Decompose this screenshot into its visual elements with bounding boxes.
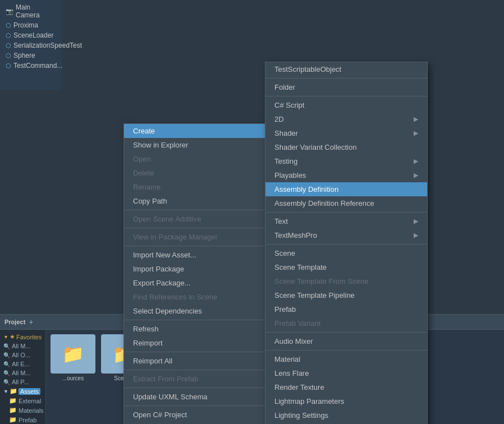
sidebar-item-prefab[interactable]: 📁 Prefab: [1, 415, 44, 424]
menu-item-lighting-settings[interactable]: Lighting Settings: [265, 408, 427, 422]
folder-thumbnail: 📁: [51, 334, 95, 374]
menu-item-shader-variant[interactable]: Shader Variant Collection: [265, 140, 427, 154]
sidebar-item-all-e[interactable]: 🔍 All E...: [1, 360, 44, 368]
sidebar-item-all-m2[interactable]: 🔍 All M...: [1, 368, 44, 377]
menu-item-prefab[interactable]: Prefab: [265, 302, 427, 316]
camera-icon: 📷: [6, 8, 13, 15]
menu-item-folder[interactable]: Folder: [265, 80, 427, 94]
menu-separator: [265, 332, 427, 333]
menu-item-scene-template-from-scene: Scene Template From Scene: [265, 274, 427, 288]
hierarchy-item[interactable]: 📷 Main Camera: [2, 2, 59, 20]
menu-item-assembly-definition-reference[interactable]: Assembly Definition Reference: [265, 196, 427, 210]
project-sidebar: ▼ ★ Favorites 🔍 All M... 🔍 All O... 🔍 Al…: [0, 330, 46, 424]
menu-separator: [265, 350, 427, 351]
hierarchy-item[interactable]: ⬡ SerializationSpeedTest: [2, 40, 59, 50]
triangle-icon: ▼: [3, 389, 8, 394]
sidebar-item-all-m[interactable]: 🔍 All M...: [1, 342, 44, 351]
hierarchy-item[interactable]: ⬡ TestCommand...: [2, 61, 59, 71]
hierarchy-panel: 📷 Main Camera ⬡ Proxima ⬡ SceneLoader ⬡ …: [0, 0, 62, 90]
menu-item-shader[interactable]: Shader ▶: [265, 126, 427, 140]
sidebar-item-external[interactable]: 📁 External: [1, 396, 44, 405]
hierarchy-item[interactable]: ⬡ Proxima: [2, 20, 59, 30]
sidebar-item-all-o[interactable]: 🔍 All O...: [1, 351, 44, 360]
menu-separator: [265, 244, 427, 245]
menu-item-material[interactable]: Material: [265, 352, 427, 366]
menu-item-textmeshpro[interactable]: TextMeshPro ▶: [265, 228, 427, 242]
favorites-header[interactable]: ▼ ★ Favorites: [1, 332, 44, 342]
folder-icon: 📁: [9, 416, 17, 423]
menu-separator: [265, 212, 427, 213]
folder-icon: 📁: [10, 388, 17, 395]
menu-item-scene-template-pipeline[interactable]: Scene Template Pipeline: [265, 288, 427, 302]
assets-header[interactable]: ▼ 📁 Assets: [1, 386, 44, 396]
folder-icon: 📁: [9, 397, 17, 404]
hierarchy-item[interactable]: ⬡ Sphere: [2, 50, 59, 61]
menu-item-audio-mixer[interactable]: Audio Mixer: [265, 334, 427, 348]
menu-item-csharp-script[interactable]: C# Script: [265, 98, 427, 112]
project-title: Project: [4, 319, 25, 325]
menu-separator: [265, 96, 427, 96]
menu-separator: [265, 78, 427, 79]
project-add-button[interactable]: +: [29, 317, 33, 326]
cube-icon: ⬡: [6, 32, 11, 39]
search-icon: 🔍: [3, 343, 10, 349]
menu-item-testing[interactable]: Testing ▶: [265, 154, 427, 168]
cube-icon: ⬡: [6, 62, 11, 70]
menu-item-2d[interactable]: 2D ▶: [265, 112, 427, 126]
search-icon: 🔍: [3, 361, 10, 367]
submenu-arrow: ▶: [414, 232, 418, 239]
submenu-arrow: ▶: [414, 158, 418, 165]
context-menu-right: TestScriptableObject Folder C# Script 2D…: [265, 62, 428, 424]
menu-item-text[interactable]: Text ▶: [265, 214, 427, 228]
triangle-icon: ▼: [3, 334, 8, 340]
menu-item-render-texture[interactable]: Render Texture: [265, 380, 427, 394]
star-icon: ★: [10, 333, 15, 340]
search-icon: 🔍: [3, 379, 10, 385]
submenu-arrow: ▶: [414, 130, 418, 137]
menu-item-prefab-variant: Prefab Variant: [265, 316, 427, 330]
menu-item-lightmap-parameters[interactable]: Lightmap Parameters: [265, 394, 427, 408]
cube-icon: ⬡: [6, 52, 11, 59]
sidebar-item-all-p[interactable]: 🔍 All P...: [1, 377, 44, 386]
menu-item-lens-flare[interactable]: Lens Flare: [265, 366, 427, 380]
cube-icon: ⬡: [6, 22, 11, 29]
hierarchy-item[interactable]: ⬡ SceneLoader: [2, 30, 59, 40]
menu-item-scene[interactable]: Scene: [265, 246, 427, 260]
menu-item-playables[interactable]: Playables ▶: [265, 168, 427, 182]
cube-icon: ⬡: [6, 42, 11, 49]
menu-item-assembly-definition[interactable]: Assembly Definition: [265, 182, 427, 196]
submenu-arrow: ▶: [414, 172, 418, 179]
search-icon: 🔍: [3, 370, 10, 376]
sidebar-item-materials[interactable]: 📁 Materials: [1, 405, 44, 415]
menu-item-test-scriptable-object[interactable]: TestScriptableObject: [265, 62, 427, 76]
menu-item-scene-template[interactable]: Scene Template: [265, 260, 427, 274]
asset-thumb-resources[interactable]: 📁 ...ources: [51, 334, 95, 381]
submenu-arrow: ▶: [414, 218, 418, 225]
asset-label: ...ources: [62, 375, 84, 381]
folder-large-icon: 📁: [62, 343, 84, 365]
folder-icon: 📁: [9, 407, 17, 414]
submenu-arrow: ▶: [414, 116, 418, 123]
search-icon: 🔍: [3, 352, 10, 358]
